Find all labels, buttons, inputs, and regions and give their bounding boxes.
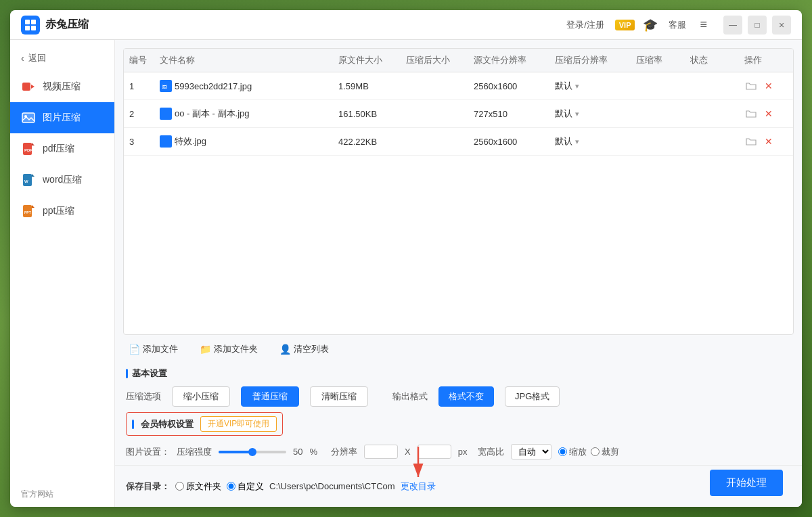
close-button[interactable]: × bbox=[772, 16, 791, 35]
start-processing-button[interactable]: 开始处理 bbox=[710, 470, 783, 496]
sidebar-item-ppt[interactable]: PPT ppt压缩 bbox=[10, 196, 114, 227]
vip-badge[interactable]: VIP bbox=[615, 20, 635, 30]
svg-rect-6 bbox=[22, 113, 35, 122]
official-website-link[interactable]: 官方网站 bbox=[10, 482, 114, 507]
svg-rect-4 bbox=[22, 83, 30, 91]
sidebar: ‹ 返回 视频压缩 图片压缩 PDF pdf压缩 bbox=[10, 40, 115, 507]
compress-clear-button[interactable]: 清晰压缩 bbox=[310, 386, 368, 407]
crop-option[interactable]: 裁剪 bbox=[591, 446, 619, 458]
col-src-res: 源文件分辨率 bbox=[468, 54, 549, 66]
minimize-button[interactable]: — bbox=[723, 16, 742, 35]
save-custom-option[interactable]: 自定义 bbox=[227, 480, 264, 493]
percent-label: % bbox=[309, 447, 317, 457]
settings-area: 基本设置 压缩选项 缩小压缩 普通压缩 清晰压缩 输出格式 格式不变 JPG格式… bbox=[115, 363, 802, 465]
change-dir-button[interactable]: 更改目录 bbox=[401, 480, 436, 493]
dropdown-arrow-2[interactable]: ▾ bbox=[575, 110, 579, 118]
crop-radio[interactable] bbox=[591, 447, 600, 456]
clear-list-button[interactable]: 👤 清空列表 bbox=[274, 340, 334, 358]
cell-orig-size-2: 161.50KB bbox=[333, 109, 401, 119]
col-id: 编号 bbox=[124, 54, 154, 66]
action-icons-3: ✕ bbox=[744, 135, 775, 148]
cell-action-1: ✕ bbox=[739, 79, 793, 93]
open-folder-button-1[interactable] bbox=[744, 79, 758, 93]
action-icons-1: ✕ bbox=[744, 79, 775, 93]
pdf-icon: PDF bbox=[21, 141, 36, 156]
dropdown-arrow-1[interactable]: ▾ bbox=[575, 82, 579, 91]
cell-name-2: oo - 副本 - 副本.jpg bbox=[154, 108, 333, 120]
format-jpg-button[interactable]: JPG格式 bbox=[505, 386, 560, 407]
resize-radio[interactable] bbox=[558, 447, 567, 456]
vip-settings-label: 会员特权设置 bbox=[141, 418, 194, 430]
service-button[interactable]: 客服 bbox=[666, 18, 689, 32]
resolution-width-input[interactable] bbox=[364, 445, 398, 459]
sidebar-item-word[interactable]: W word压缩 bbox=[10, 164, 114, 196]
sidebar-item-video-label: 视频压缩 bbox=[43, 81, 81, 93]
table-row: 2 oo - 副本 - 副本.jpg 161.50KB 727x510 默认 bbox=[124, 100, 793, 128]
add-file-icon: 📄 bbox=[129, 344, 140, 355]
open-folder-button-2[interactable] bbox=[744, 107, 758, 120]
save-original-radio[interactable] bbox=[175, 482, 184, 491]
video-icon bbox=[21, 79, 36, 94]
file-toolbar: 📄 添加文件 📁 添加文件夹 👤 清空列表 bbox=[115, 335, 802, 363]
open-folder-button-3[interactable] bbox=[744, 135, 758, 148]
image-settings-row: 图片设置： 压缩强度 50 % 分辨率 X px 宽高比 自动 bbox=[126, 441, 791, 462]
cell-id-2: 2 bbox=[124, 109, 154, 119]
table-row: 3 特效.jpg 422.22KB 2560x1600 默认 ▾ bbox=[124, 128, 793, 156]
col-comp-res: 压缩后分辨率 bbox=[549, 54, 631, 66]
cell-action-3: ✕ bbox=[739, 135, 793, 148]
aspect-ratio-select[interactable]: 自动 bbox=[511, 444, 551, 459]
format-keep-button[interactable]: 格式不变 bbox=[438, 386, 494, 407]
sidebar-item-pdf[interactable]: PDF pdf压缩 bbox=[10, 133, 114, 164]
resolution-height-input[interactable] bbox=[418, 445, 451, 459]
compress-small-button[interactable]: 缩小压缩 bbox=[172, 386, 230, 407]
sidebar-item-image[interactable]: 图片压缩 bbox=[10, 102, 114, 133]
sidebar-back-button[interactable]: ‹ 返回 bbox=[10, 45, 114, 71]
file-table: 编号 文件名称 原文件大小 压缩后大小 源文件分辨率 压缩后分辨率 压缩率 状态… bbox=[123, 48, 794, 335]
add-file-button[interactable]: 📄 添加文件 bbox=[123, 340, 183, 358]
slider-value: 50 bbox=[293, 447, 302, 457]
px-label: px bbox=[458, 447, 468, 457]
cell-src-res-1: 2560x1600 bbox=[468, 81, 549, 91]
app-title: 赤兔压缩 bbox=[45, 18, 89, 32]
login-button[interactable]: 登录/注册 bbox=[564, 18, 607, 32]
title-bar-right: 登录/注册 VIP 🎓 客服 ≡ — □ × bbox=[564, 16, 791, 35]
sidebar-item-video[interactable]: 视频压缩 bbox=[10, 71, 114, 102]
cell-src-res-2: 727x510 bbox=[468, 109, 549, 119]
bottom-row: 保存目录： 原文件夹 自定义 C:\Users\pc\Documents\CTC… bbox=[115, 465, 802, 507]
add-folder-button[interactable]: 📁 添加文件夹 bbox=[194, 340, 263, 358]
cell-name-1: 🖼 5993ecb2dd217.jpg bbox=[154, 80, 333, 92]
save-custom-radio[interactable] bbox=[227, 482, 235, 491]
dropdown-arrow-3[interactable]: ▾ bbox=[575, 137, 579, 146]
svg-marker-10 bbox=[32, 143, 35, 145]
save-original-option[interactable]: 原文件夹 bbox=[175, 480, 221, 493]
delete-button-2[interactable]: ✕ bbox=[762, 107, 775, 120]
compress-normal-button[interactable]: 普通压缩 bbox=[241, 386, 299, 407]
resize-option[interactable]: 缩放 bbox=[558, 446, 587, 458]
file-icon-1: 🖼 bbox=[160, 80, 172, 92]
svg-rect-21 bbox=[161, 137, 171, 146]
delete-button-3[interactable]: ✕ bbox=[762, 135, 775, 148]
sidebar-item-word-label: word压缩 bbox=[43, 174, 82, 186]
app-logo bbox=[21, 16, 40, 35]
cell-id-3: 3 bbox=[124, 137, 154, 147]
table-body: 1 🖼 5993ecb2dd217.jpg 1.59MB 2560x1600 默… bbox=[124, 72, 793, 334]
cell-comp-res-2: 默认 ▾ bbox=[549, 108, 631, 120]
compress-strength-slider[interactable] bbox=[219, 451, 286, 453]
menu-button[interactable]: ≡ bbox=[697, 16, 710, 33]
resolution-label: 分辨率 bbox=[331, 446, 357, 458]
back-icon: ‹ bbox=[21, 53, 24, 64]
content-area: 编号 文件名称 原文件大小 压缩后大小 源文件分辨率 压缩后分辨率 压缩率 状态… bbox=[115, 40, 802, 507]
vip-activate-button[interactable]: 开通VIP即可使用 bbox=[200, 416, 277, 432]
svg-rect-1 bbox=[31, 20, 36, 24]
image-settings-label: 图片设置： bbox=[126, 446, 170, 458]
svg-rect-2 bbox=[25, 26, 30, 30]
maximize-button[interactable]: □ bbox=[748, 16, 767, 35]
word-icon: W bbox=[21, 173, 36, 187]
compress-options-row: 压缩选项 缩小压缩 普通压缩 清晰压缩 输出格式 格式不变 JPG格式 bbox=[126, 386, 791, 407]
delete-button-1[interactable]: ✕ bbox=[762, 79, 775, 93]
table-row: 1 🖼 5993ecb2dd217.jpg 1.59MB 2560x1600 默… bbox=[124, 72, 793, 100]
main-layout: ‹ 返回 视频压缩 图片压缩 PDF pdf压缩 bbox=[10, 40, 802, 507]
cell-id-1: 1 bbox=[124, 81, 154, 91]
svg-text:🖼: 🖼 bbox=[162, 85, 167, 89]
save-dir-row: 保存目录： 原文件夹 自定义 C:\Users\pc\Documents\CTC… bbox=[126, 480, 436, 493]
